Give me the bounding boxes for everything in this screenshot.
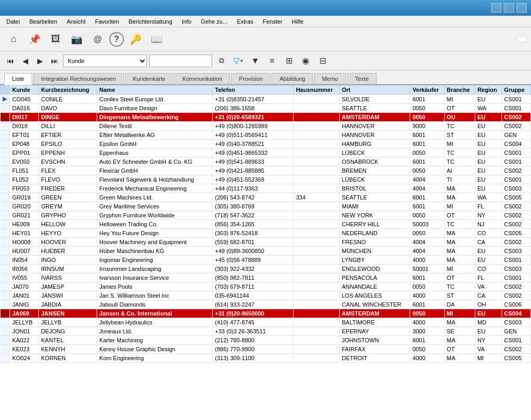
table-row[interactable]: GR020GREYMGrey Maritime Services(305) 38… <box>1 202 531 211</box>
nav-next-button[interactable]: ▶ <box>34 55 46 67</box>
cell-name: Helloween Trading Co. <box>97 220 213 229</box>
table-row[interactable]: FL051FLEXFlexicar GmbH+49 (0)421-885885B… <box>1 166 531 175</box>
nav-prev-button[interactable]: ◀ <box>19 55 32 67</box>
help-button[interactable]: ? <box>109 32 124 47</box>
table-row[interactable]: IN054INGOIngomar Engineering+45 (0)56 47… <box>1 256 531 265</box>
table-row[interactable]: DA016DAVODavo Furniture Design(206) 386-… <box>1 104 531 113</box>
table-row[interactable]: HU007HUEBERHüber Maschinenbau KG+49 (0)8… <box>1 247 531 256</box>
menu-item-gehe zu...[interactable]: Gehe zu... <box>196 17 232 26</box>
cell-haus <box>294 166 339 175</box>
table-row[interactable]: JANIGJABDIAJabouti Diamonds(614) 933-224… <box>1 300 531 309</box>
cell-tel: +31 (0)20-6589321 <box>213 113 294 122</box>
menu-item-hilfe[interactable]: Hilfe <box>288 17 308 26</box>
col-grp[interactable]: Gruppe <box>502 86 530 94</box>
main-toolbar: ⌂ 📌 🖼 📷 @ ? 🔑 📖 <box>0 27 531 51</box>
col-verk[interactable]: Verkäufer <box>410 86 444 94</box>
table-row[interactable]: JELLYBJELLYBJellybean Hydraulics(410) 47… <box>1 318 531 327</box>
tab-memo[interactable]: Memo <box>314 73 346 84</box>
cell-name: Irnsummer Landscaping <box>97 265 213 274</box>
col-kunde[interactable]: Kunde <box>10 86 39 94</box>
menu-item-info[interactable]: Info <box>178 17 195 26</box>
image-button[interactable]: 🖼 <box>46 30 65 49</box>
table-row[interactable]: HE009HELLOWHelloween Trading Co.(856) 35… <box>1 220 531 229</box>
filter-button[interactable]: ▼ <box>248 54 263 68</box>
grid-view-button[interactable]: ⊞ <box>282 54 296 68</box>
close-button[interactable] <box>516 3 527 13</box>
col-kurz[interactable]: Kurzbezeichnung <box>39 86 97 94</box>
table-row[interactable]: HEY01HEYYOHey You Future Design(303) 876… <box>1 229 531 238</box>
col-bran[interactable]: Branche <box>444 86 475 94</box>
camera-button[interactable]: 📷 <box>67 30 86 49</box>
cell-verk: 6001 <box>410 140 444 149</box>
copy-filter-button[interactable]: ⧉ <box>214 54 229 68</box>
table-row[interactable]: IR056IRNSUMIrnsummer Landscaping(303) 92… <box>1 265 531 274</box>
table-row[interactable]: JA069JANSENJansen & Co. International+31… <box>1 309 531 318</box>
tab-provision[interactable]: Provision <box>231 73 270 84</box>
maximize-button[interactable] <box>504 3 514 13</box>
cell-tel: (303) 922-4332 <box>213 265 294 274</box>
list-view-button[interactable]: ≡ <box>265 54 279 68</box>
table-area[interactable]: Kunde Kurzbezeichnung Name Telefon Hausn… <box>0 85 531 420</box>
col-haus[interactable]: Hausnummer <box>294 86 339 94</box>
tab-texte[interactable]: Texte <box>347 73 377 84</box>
cell-name: Flexicar GmbH <box>97 166 213 175</box>
table-row[interactable]: EV050EVSCHNAuto EV Schneider GmbH & Co. … <box>1 158 531 166</box>
table-row[interactable]: FR053FREDERFrederick Mechanical Engineer… <box>1 184 531 193</box>
search-input[interactable] <box>149 55 212 67</box>
table-row[interactable]: EFT01EFTIEREftier Metallwerke AG+49 (0)5… <box>1 131 531 140</box>
nav-last-button[interactable]: ⏭ <box>48 55 61 67</box>
cell-kunde: JELLYB <box>10 318 39 327</box>
cell-haus <box>294 354 339 363</box>
pin-button[interactable]: 📌 <box>25 30 44 49</box>
menu-item-berichterstattung[interactable]: Berichterstattung <box>124 17 176 26</box>
cell-haus <box>294 158 339 166</box>
table-row[interactable]: JON01DEJONGJoneaux Ltd.+33 (0)3 26-36351… <box>1 327 531 336</box>
table-row[interactable]: GR019GREENGreen Machines Ltd.(206) 543-8… <box>1 193 531 202</box>
table-row[interactable]: HO008HOOVERHoover Machinery and Equipmen… <box>1 238 531 247</box>
menu-item-ansicht[interactable]: Ansicht <box>63 17 90 26</box>
table-row[interactable]: EP048EPSILOEpsilon GmbH+49 (0)40-3788521… <box>1 140 531 149</box>
cell-grp: CS003 <box>502 247 530 256</box>
filter-active-button[interactable]: ▽▼ <box>231 54 246 68</box>
table-row[interactable]: GR021GRYPHOGryphon Furniture Worldwide(7… <box>1 211 531 220</box>
table-row[interactable]: JA070JAMESPJames Pools(703) 679-8711ANNA… <box>1 282 531 291</box>
menu-item-fenster[interactable]: Fenster <box>258 17 286 26</box>
key-button[interactable]: 🔑 <box>126 30 145 49</box>
tab-kommunikation[interactable]: Kommunikation <box>174 73 230 84</box>
menu-item-bearbeiten[interactable]: Bearbeiten <box>25 17 61 26</box>
cell-name: Davo Furniture Design <box>97 104 213 113</box>
color-button[interactable]: ◉ <box>298 54 313 68</box>
tab-kundenkarte[interactable]: Kundenkarte <box>125 73 173 84</box>
cell-marker <box>1 184 10 193</box>
table-row[interactable]: KE023KENNYHKenny House Graphic Design(88… <box>1 345 531 354</box>
tab-abbildung[interactable]: Abbildung <box>272 73 313 84</box>
table-button[interactable]: ⊟ <box>315 54 330 68</box>
table-row[interactable]: DI018DILLIDillene Textil+49 (0)800-12659… <box>1 122 531 131</box>
col-reg[interactable]: Region <box>475 86 502 94</box>
tab-integration-rechnungswesen[interactable]: Integration Rechnungswesen <box>33 73 123 84</box>
table-row[interactable]: KA022KANTELKarter Machining(212) 780-880… <box>1 336 531 345</box>
col-name[interactable]: Name <box>97 86 213 94</box>
home-button[interactable]: ⌂ <box>4 30 23 49</box>
col-ort[interactable]: Ort <box>339 86 410 94</box>
menu-item-favoriten[interactable]: Favoriten <box>91 17 123 26</box>
cell-tel: (305) 380-8769 <box>213 202 294 211</box>
menu-item-datei[interactable]: Datei <box>2 17 24 26</box>
search-dropdown[interactable]: Kunde <box>63 55 147 67</box>
table-row[interactable]: DI017DINGEDingemans Metaalbewerking+31 (… <box>1 113 531 122</box>
book-button[interactable]: 📖 <box>147 30 166 49</box>
menu-item-extras[interactable]: Extras <box>233 17 257 26</box>
tab-liste[interactable]: Liste <box>4 73 32 85</box>
cell-haus <box>294 104 339 113</box>
table-row[interactable]: IV055IVARSSIvarsson Insurance Service(85… <box>1 274 531 282</box>
table-row[interactable]: FL052FLEVOFlevoland Sägewerk & Holzhandl… <box>1 175 531 184</box>
col-tel[interactable]: Telefon <box>213 86 294 94</box>
cell-marker <box>1 274 10 282</box>
table-row[interactable]: ▶CO045CONILEConilex Steel Europe Ltd.+31… <box>1 94 531 104</box>
minimize-button[interactable] <box>491 3 502 13</box>
table-row[interactable]: JAN01JANSWIJan S. Williamson Steel Inc03… <box>1 291 531 300</box>
at-button[interactable]: @ <box>88 30 107 49</box>
table-row[interactable]: KO024KORNENKorn Engineering(313) 309-110… <box>1 354 531 363</box>
table-row[interactable]: EPP01EPPENHEppenhaus+49 (0)451-9865332LÜ… <box>1 149 531 158</box>
nav-first-button[interactable]: ⏮ <box>4 55 17 67</box>
